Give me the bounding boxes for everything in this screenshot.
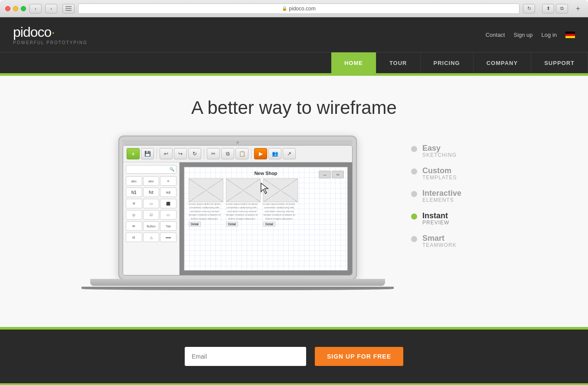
feature-dot-custom <box>411 168 417 175</box>
top-navigation: pidoco· POWERFUL PROTOTYPING Contact Sig… <box>0 17 588 52</box>
nav-pricing[interactable]: PRICING <box>421 52 474 73</box>
logo[interactable]: pidoco· POWERFUL PROTOTYPING <box>13 24 88 45</box>
image-x-1 <box>189 179 223 202</box>
element-checkbox[interactable]: ☑ <box>143 210 160 220</box>
feature-sub-instant: PREVIEW <box>422 220 449 226</box>
save-button[interactable]: 💾 <box>141 148 154 159</box>
feature-dot-interactive <box>411 191 417 197</box>
feature-text-instant: Instant PREVIEW <box>422 212 449 226</box>
nav-company[interactable]: COMPANY <box>474 52 531 73</box>
lock-icon: 🔒 <box>282 6 287 11</box>
app-toolbar: + 💾 ↩ ↪ ↻ ✂ ⧉ 📋 ▶ <box>123 146 352 162</box>
laptop-base <box>90 279 385 286</box>
element-slider[interactable]: ⊟ <box>126 233 142 242</box>
detail-button-1[interactable]: Detail <box>189 222 201 226</box>
contact-link[interactable]: Contact <box>486 32 505 38</box>
language-flag[interactable] <box>565 32 575 38</box>
laptop-notch <box>123 140 353 145</box>
element-h2[interactable]: h2 <box>143 188 160 197</box>
image-grid: Lorem ipsum dolor sit amet,consetetur sa… <box>189 178 343 226</box>
rotate-button[interactable]: ↻ <box>188 148 201 159</box>
feature-instant[interactable]: Instant PREVIEW <box>411 212 506 226</box>
nav-home[interactable]: HOME <box>331 52 376 73</box>
feature-text-smart: Smart TEAMWORK <box>422 234 457 248</box>
canvas-btn-2[interactable]: ▭ <box>332 171 344 178</box>
sidebar-toggle-button[interactable] <box>62 4 75 13</box>
signup-link[interactable]: Sign up <box>513 32 532 38</box>
nav-support[interactable]: SUPPORT <box>531 52 588 73</box>
svg-rect-2 <box>65 10 72 11</box>
signup-button[interactable]: SIGN UP FOR FREE <box>315 347 403 366</box>
copy-button[interactable]: ⧉ <box>221 148 234 159</box>
main-navigation: HOME TOUR PRICING COMPANY SUPPORT <box>0 52 588 73</box>
element-box[interactable]: ▭ <box>143 199 160 208</box>
login-link[interactable]: Log in <box>542 32 557 38</box>
element-list[interactable]: ≡ <box>160 176 176 186</box>
share-button[interactable]: ⬆ <box>542 4 554 13</box>
element-h3[interactable]: h3 <box>160 188 176 197</box>
canvas-btn-1[interactable]: — <box>319 171 331 178</box>
feature-list: Easy SKETCHING Custom TEMPLATES <box>411 136 506 248</box>
feature-dot-easy <box>411 146 417 152</box>
canvas-inner: — ▭ New Shop <box>184 167 348 271</box>
toolbar-separator-3 <box>251 149 252 159</box>
new-tab-button[interactable]: + <box>573 4 583 13</box>
app-canvas[interactable]: — ▭ New Shop <box>180 162 352 275</box>
address-bar[interactable]: 🔒 pidoco.com <box>78 3 519 14</box>
back-button[interactable]: ‹ <box>29 4 42 13</box>
sidebar-row-1: abc abc ≡ <box>126 176 176 186</box>
forward-button[interactable]: › <box>45 4 57 13</box>
element-tab[interactable]: Tab <box>160 221 176 231</box>
element-container[interactable]: ⬛ <box>160 199 176 208</box>
detail-button-3[interactable]: Detail <box>263 222 275 226</box>
element-input[interactable]: ▭ <box>160 210 176 220</box>
toolbar-separator-2 <box>204 149 204 159</box>
add-tab-small-button[interactable]: ⧉ <box>556 4 568 13</box>
sidebar-row-4: ◎ ☑ ▭ <box>126 210 176 220</box>
fullscreen-button[interactable] <box>21 6 26 11</box>
url-text: pidoco.com <box>289 6 315 12</box>
refresh-button[interactable]: ↻ <box>523 4 535 13</box>
email-input[interactable] <box>185 347 306 366</box>
feature-sub-easy: SKETCHING <box>422 152 457 158</box>
add-button[interactable]: + <box>127 148 140 159</box>
toolbar-separator-1 <box>157 149 157 159</box>
element-radio[interactable]: ◎ <box>126 210 142 220</box>
undo-button[interactable]: ↩ <box>160 148 173 159</box>
close-button[interactable] <box>5 6 10 11</box>
element-button[interactable]: Button <box>143 221 160 231</box>
share-export-button[interactable]: ↗ <box>283 148 296 159</box>
sidebar-row-6: ⊟ △ ▬▬ <box>126 233 176 242</box>
element-grid[interactable]: ⊞ <box>126 199 142 208</box>
image-x-2 <box>226 179 260 202</box>
nav-tour[interactable]: TOUR <box>376 52 421 73</box>
element-triangle[interactable]: △ <box>143 233 160 242</box>
preview-button[interactable]: ▶ <box>254 148 267 159</box>
sidebar-search[interactable]: 🔍 <box>126 165 176 174</box>
logo-dot: · <box>51 24 55 40</box>
feature-label-smart: Smart <box>422 234 457 242</box>
logo-tagline: POWERFUL PROTOTYPING <box>13 40 88 45</box>
element-image[interactable]: ✉ <box>126 221 142 231</box>
browser-window: ‹ › 🔒 pidoco.com ↻ ⬆ ⧉ + pidoco· <box>0 0 588 385</box>
paste-button[interactable]: 📋 <box>235 148 248 159</box>
laptop-foot <box>82 287 394 290</box>
minimize-button[interactable] <box>13 6 18 11</box>
feature-custom[interactable]: Custom TEMPLATES <box>411 167 506 181</box>
app-sidebar: 🔍 abc abc ≡ h1 h2 <box>123 162 180 275</box>
cut-button[interactable]: ✂ <box>207 148 220 159</box>
redo-button[interactable]: ↪ <box>174 148 187 159</box>
sidebar-row-3: ⊞ ▭ ⬛ <box>126 199 176 208</box>
feature-interactive[interactable]: Interactive ELEMENTS <box>411 189 506 203</box>
feature-easy[interactable]: Easy SKETCHING <box>411 144 506 158</box>
element-h1[interactable]: h1 <box>126 188 142 197</box>
detail-button-2[interactable]: Detail <box>226 222 238 226</box>
element-text-small[interactable]: abc <box>126 176 142 186</box>
element-text-medium[interactable]: abc <box>143 176 160 186</box>
feature-smart[interactable]: Smart TEAMWORK <box>411 234 506 248</box>
website-content: pidoco· POWERFUL PROTOTYPING Contact Sig… <box>0 17 588 385</box>
team-button[interactable]: 👥 <box>268 148 281 159</box>
element-breadcrumb[interactable]: ▬▬ <box>160 233 176 242</box>
canvas-toolbar: — ▭ <box>319 171 344 178</box>
feature-sub-interactive: ELEMENTS <box>422 197 461 203</box>
